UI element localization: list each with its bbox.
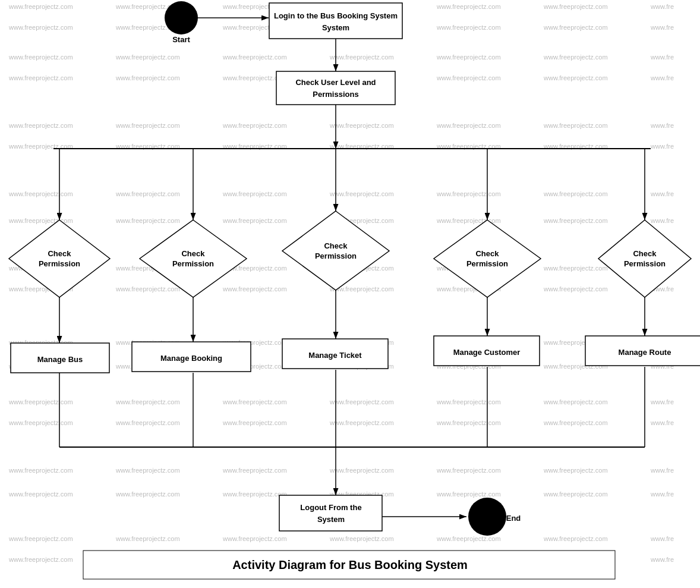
svg-text:www.freeprojectz.com: www.freeprojectz.com <box>329 190 394 197</box>
svg-text:www.freeprojectz.com: www.freeprojectz.com <box>8 24 73 31</box>
svg-text:www.fre: www.fre <box>650 556 674 563</box>
manage-ticket-label: Manage Ticket <box>308 351 362 360</box>
svg-text:www.fre: www.fre <box>650 419 674 426</box>
svg-text:www.freeprojectz.com: www.freeprojectz.com <box>8 398 73 405</box>
svg-text:www.freeprojectz.com: www.freeprojectz.com <box>8 556 73 563</box>
svg-text:www.freeprojectz.com: www.freeprojectz.com <box>115 217 180 224</box>
svg-text:www.freeprojectz.com: www.freeprojectz.com <box>543 74 608 81</box>
check-perm2-label2: Permission <box>172 259 214 268</box>
svg-text:www.freeprojectz.com: www.freeprojectz.com <box>329 398 394 405</box>
svg-text:www.freeprojectz.com: www.freeprojectz.com <box>329 122 394 129</box>
svg-text:www.freeprojectz.com: www.freeprojectz.com <box>329 54 394 61</box>
svg-text:www.freeprojectz.com: www.freeprojectz.com <box>115 74 180 81</box>
svg-text:www.freeprojectz.com: www.freeprojectz.com <box>436 122 501 129</box>
svg-text:www.freeprojectz.com: www.freeprojectz.com <box>115 535 180 542</box>
check-perm4-label2: Permission <box>466 259 508 268</box>
svg-text:www.fre: www.fre <box>650 535 674 542</box>
svg-text:www.freeprojectz.com: www.freeprojectz.com <box>8 190 73 197</box>
end-node <box>468 498 506 536</box>
check-perm3-label2: Permission <box>315 251 357 260</box>
check-perm1-label2: Permission <box>39 259 80 268</box>
svg-text:www.freeprojectz.com: www.freeprojectz.com <box>222 467 287 474</box>
svg-text:www.freeprojectz.com: www.freeprojectz.com <box>8 419 73 426</box>
svg-text:www.freeprojectz.com: www.freeprojectz.com <box>543 467 608 474</box>
svg-text:www.freeprojectz.com: www.freeprojectz.com <box>329 419 394 426</box>
svg-text:www.freeprojectz.com: www.freeprojectz.com <box>222 190 287 197</box>
svg-text:www.freeprojectz.com: www.freeprojectz.com <box>8 54 73 61</box>
login-label: Login to the Bus Booking System <box>274 11 398 20</box>
svg-text:www.freeprojectz.com: www.freeprojectz.com <box>436 467 501 474</box>
svg-text:www.freeprojectz.com: www.freeprojectz.com <box>543 535 608 542</box>
check-perm5-label: Check <box>633 249 657 258</box>
logout-node <box>279 495 382 531</box>
check-user-label: Check User Level and <box>295 78 376 87</box>
svg-text:www.freeprojectz.com: www.freeprojectz.com <box>436 74 501 81</box>
svg-text:www.freeprojectz.com: www.freeprojectz.com <box>543 217 608 224</box>
svg-text:www.freeprojectz.com: www.freeprojectz.com <box>436 398 501 405</box>
svg-text:www.freeprojectz.com: www.freeprojectz.com <box>8 490 73 498</box>
svg-text:www.freeprojectz.com: www.freeprojectz.com <box>222 54 287 61</box>
svg-text:www.freeprojectz.com: www.freeprojectz.com <box>115 190 180 197</box>
svg-text:www.freeprojectz.com: www.freeprojectz.com <box>222 490 287 498</box>
svg-text:www.freeprojectz.com: www.freeprojectz.com <box>8 3 73 10</box>
login-label2: System <box>322 23 349 32</box>
svg-text:www.fre: www.fre <box>650 3 674 10</box>
svg-text:www.fre: www.fre <box>650 74 674 81</box>
svg-text:www.freeprojectz.com: www.freeprojectz.com <box>115 419 180 426</box>
svg-text:www.fre: www.fre <box>650 143 674 150</box>
svg-text:www.fre: www.fre <box>650 467 674 474</box>
svg-text:www.freeprojectz.com: www.freeprojectz.com <box>436 54 501 61</box>
svg-text:www.freeprojectz.com: www.freeprojectz.com <box>115 398 180 405</box>
start-label: Start <box>172 35 190 44</box>
svg-text:www.freeprojectz.com: www.freeprojectz.com <box>222 122 287 129</box>
svg-text:www.freeprojectz.com: www.freeprojectz.com <box>543 285 608 293</box>
svg-text:www.fre: www.fre <box>650 54 674 61</box>
svg-text:www.fre: www.fre <box>650 24 674 31</box>
svg-text:www.freeprojectz.com: www.freeprojectz.com <box>222 285 287 293</box>
svg-text:www.freeprojectz.com: www.freeprojectz.com <box>543 398 608 405</box>
svg-text:www.fre: www.fre <box>650 122 674 129</box>
svg-text:www.freeprojectz.com: www.freeprojectz.com <box>222 419 287 426</box>
svg-text:www.freeprojectz.com: www.freeprojectz.com <box>8 122 73 129</box>
check-user-label2: Permissions <box>313 90 358 99</box>
svg-text:www.freeprojectz.com: www.freeprojectz.com <box>329 467 394 474</box>
diagram-title: Activity Diagram for Bus Booking System <box>232 558 468 571</box>
svg-text:www.freeprojectz.com: www.freeprojectz.com <box>8 535 73 542</box>
manage-booking-label: Manage Booking <box>160 354 222 363</box>
check-user-node <box>276 71 395 105</box>
check-perm5-node <box>598 220 691 297</box>
svg-text:www.freeprojectz.com: www.freeprojectz.com <box>436 490 501 498</box>
logout-label2: System <box>317 515 345 524</box>
svg-text:www.fre: www.fre <box>650 398 674 405</box>
svg-text:www.freeprojectz.com: www.freeprojectz.com <box>436 419 501 426</box>
svg-text:www.freeprojectz.com: www.freeprojectz.com <box>543 190 608 197</box>
svg-text:www.freeprojectz.com: www.freeprojectz.com <box>222 398 287 405</box>
check-perm5-label2: Permission <box>624 259 666 268</box>
svg-text:www.freeprojectz.com: www.freeprojectz.com <box>436 24 501 31</box>
svg-text:www.freeprojectz.com: www.freeprojectz.com <box>115 285 180 293</box>
start-node <box>165 1 198 34</box>
end-label: End <box>506 514 521 523</box>
check-perm4-label: Check <box>475 249 499 258</box>
svg-text:www.freeprojectz.com: www.freeprojectz.com <box>543 54 608 61</box>
check-perm1-label: Check <box>48 249 71 258</box>
svg-text:www.freeprojectz.com: www.freeprojectz.com <box>222 535 287 542</box>
svg-text:www.freeprojectz.com: www.freeprojectz.com <box>115 490 180 498</box>
check-perm3-label: Check <box>324 241 348 250</box>
svg-text:www.freeprojectz.com: www.freeprojectz.com <box>222 217 287 224</box>
manage-customer-label: Manage Customer <box>453 348 521 357</box>
logout-label: Logout From the <box>300 503 361 512</box>
svg-text:www.freeprojectz.com: www.freeprojectz.com <box>8 74 73 81</box>
svg-text:www.freeprojectz.com: www.freeprojectz.com <box>543 265 608 272</box>
svg-text:www.freeprojectz.com: www.freeprojectz.com <box>543 24 608 31</box>
svg-text:www.freeprojectz.com: www.freeprojectz.com <box>8 467 73 474</box>
svg-text:www.freeprojectz.com: www.freeprojectz.com <box>436 535 501 542</box>
svg-text:www.freeprojectz.com: www.freeprojectz.com <box>543 3 608 10</box>
diagram-container: www.freeprojectz.com www.freeprojectz.co… <box>0 0 700 588</box>
manage-bus-label: Manage Bus <box>37 355 83 364</box>
svg-text:www.fre: www.fre <box>650 490 674 498</box>
svg-text:www.freeprojectz.com: www.freeprojectz.com <box>115 54 180 61</box>
check-perm2-label: Check <box>181 249 205 258</box>
svg-text:www.freeprojectz.com: www.freeprojectz.com <box>115 467 180 474</box>
login-node <box>269 3 402 39</box>
